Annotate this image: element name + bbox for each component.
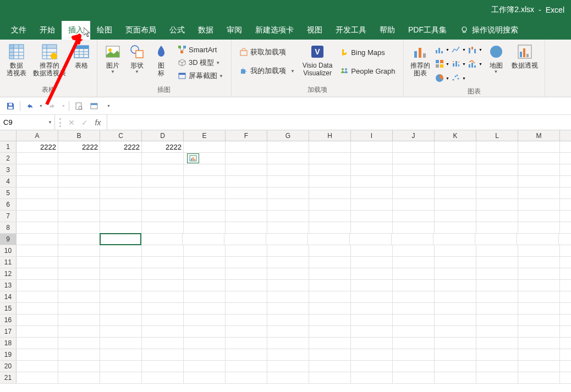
cell-A10[interactable] xyxy=(17,245,58,256)
cell-C11[interactable] xyxy=(100,257,142,268)
cell-D12[interactable] xyxy=(142,268,184,279)
cell-B10[interactable] xyxy=(58,245,100,256)
cell-F7[interactable] xyxy=(226,211,267,222)
cell-I17[interactable] xyxy=(351,326,393,337)
tab-insert[interactable]: 插入 xyxy=(62,21,90,40)
cell-B1[interactable]: 2222 xyxy=(58,141,100,152)
cell-C20[interactable] xyxy=(100,361,142,372)
cell-B20[interactable] xyxy=(58,361,100,372)
cell-L1[interactable] xyxy=(476,141,518,152)
row-header-12[interactable]: 12 xyxy=(0,268,17,279)
qat-customize[interactable]: ▼ xyxy=(107,104,111,108)
cell-H15[interactable] xyxy=(309,303,351,314)
row-header-4[interactable]: 4 xyxy=(0,176,17,187)
cell-D8[interactable] xyxy=(142,222,184,233)
cell-D4[interactable] xyxy=(142,176,184,187)
cell-B7[interactable] xyxy=(58,211,100,222)
cell-F19[interactable] xyxy=(226,349,267,360)
cell-C1[interactable]: 2222 xyxy=(100,141,142,152)
cell-I11[interactable] xyxy=(351,257,393,268)
cell-K11[interactable] xyxy=(435,257,476,268)
cell-F3[interactable] xyxy=(226,164,267,175)
cell-I20[interactable] xyxy=(351,361,393,372)
cell-A16[interactable] xyxy=(17,314,58,325)
cell-B17[interactable] xyxy=(58,326,100,337)
cell-K4[interactable] xyxy=(435,176,476,187)
cell-D1[interactable]: 2222 xyxy=(142,141,184,152)
cell-D17[interactable] xyxy=(142,326,184,337)
cell-C21[interactable] xyxy=(100,372,142,383)
cell-G1[interactable] xyxy=(267,141,309,152)
tab-formulas[interactable]: 公式 xyxy=(163,21,191,40)
cell-H12[interactable] xyxy=(309,268,351,279)
cell-H16[interactable] xyxy=(309,314,351,325)
undo-dropdown[interactable]: ▼ xyxy=(39,104,43,108)
cell-M4[interactable] xyxy=(518,176,560,187)
cell-E18[interactable] xyxy=(184,338,226,349)
cell-G9[interactable] xyxy=(266,234,308,245)
tab-draw[interactable]: 绘图 xyxy=(90,21,119,40)
col-header-M[interactable]: M xyxy=(518,130,560,141)
redo-dropdown[interactable]: ▼ xyxy=(62,104,65,108)
tab-review[interactable]: 审阅 xyxy=(220,21,249,40)
cell-A18[interactable] xyxy=(17,338,58,349)
cell-G7[interactable] xyxy=(267,211,309,222)
cell-F11[interactable] xyxy=(226,257,267,268)
cell-H3[interactable] xyxy=(309,164,351,175)
cell-E7[interactable] xyxy=(184,211,226,222)
cell-J8[interactable] xyxy=(393,222,435,233)
enter-formula-button[interactable]: ✓ xyxy=(78,116,91,129)
cell-I10[interactable] xyxy=(351,245,393,256)
cell-D19[interactable] xyxy=(142,349,184,360)
cell-H21[interactable] xyxy=(309,372,351,383)
line-chart-button[interactable]: ▼ xyxy=(451,43,466,56)
cell-H6[interactable] xyxy=(309,199,351,210)
cell-D2[interactable] xyxy=(142,153,184,164)
cell-A13[interactable] xyxy=(17,280,58,291)
tab-layout[interactable]: 页面布局 xyxy=(119,21,163,40)
cell-M19[interactable] xyxy=(518,349,560,360)
cell-A20[interactable] xyxy=(17,361,58,372)
row-header-15[interactable]: 15 xyxy=(0,303,17,314)
cell-C18[interactable] xyxy=(100,338,142,349)
cell-G14[interactable] xyxy=(267,291,309,302)
cell-M7[interactable] xyxy=(518,211,560,222)
cell-L10[interactable] xyxy=(476,245,518,256)
tab-data[interactable]: 数据 xyxy=(191,21,220,40)
cell-B11[interactable] xyxy=(58,257,100,268)
cell-E17[interactable] xyxy=(184,326,226,337)
formula-input[interactable] xyxy=(107,115,571,130)
cell-E19[interactable] xyxy=(184,349,226,360)
cell-B18[interactable] xyxy=(58,338,100,349)
cell-I4[interactable] xyxy=(351,176,393,187)
row-header-5[interactable]: 5 xyxy=(0,187,17,198)
cell-H5[interactable] xyxy=(309,187,351,198)
tab-newtab[interactable]: 新建选项卡 xyxy=(249,21,300,40)
cell-B6[interactable] xyxy=(58,199,100,210)
cell-E12[interactable] xyxy=(184,268,226,279)
cell-G4[interactable] xyxy=(267,176,309,187)
cell-M14[interactable] xyxy=(518,291,560,302)
cell-D15[interactable] xyxy=(142,303,184,314)
cell-I14[interactable] xyxy=(351,291,393,302)
cell-K15[interactable] xyxy=(435,303,476,314)
col-header-I[interactable]: I xyxy=(351,130,393,141)
tab-help[interactable]: 帮助 xyxy=(373,21,402,40)
cell-I15[interactable] xyxy=(351,303,393,314)
cell-H13[interactable] xyxy=(309,280,351,291)
cell-B13[interactable] xyxy=(58,280,100,291)
icons-button[interactable]: 图 标 xyxy=(149,42,173,78)
cell-I5[interactable] xyxy=(351,187,393,198)
cell-B14[interactable] xyxy=(58,291,100,302)
pie-chart-button[interactable]: ▼ xyxy=(435,71,450,85)
col-header-L[interactable]: L xyxy=(476,130,518,141)
cell-G18[interactable] xyxy=(267,338,309,349)
cell-L17[interactable] xyxy=(476,326,518,337)
my-addins-button[interactable]: 我的加载项 ▼ xyxy=(237,64,297,78)
cell-M12[interactable] xyxy=(518,268,560,279)
cell-B12[interactable] xyxy=(58,268,100,279)
select-all-corner[interactable] xyxy=(0,130,17,141)
cell-E14[interactable] xyxy=(184,291,226,302)
cell-D5[interactable] xyxy=(142,187,184,198)
col-header-D[interactable]: D xyxy=(142,130,184,141)
